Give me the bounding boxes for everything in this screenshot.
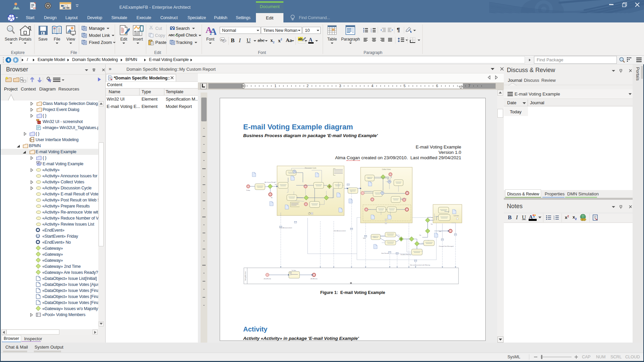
svg-text:Discussion Cycle: Discussion Cycle xyxy=(305,167,317,169)
svg-text:Voting Members: Voting Members xyxy=(245,271,246,281)
svg-text:Vote-announcement with Warning: Vote-announcement with Warning xyxy=(410,264,430,266)
svg-text:3: 3 xyxy=(371,31,372,33)
svg-text:[EndEvent]: [EndEvent] xyxy=(311,278,317,280)
svg-text:A: A xyxy=(210,26,216,36)
svg-text:[StartEvent]: [StartEvent] xyxy=(264,278,271,280)
svg-text:Yes: Yes xyxy=(431,223,433,225)
svg-text:To Vote: To Vote xyxy=(291,269,296,271)
svg-text:Vote Announcement: Vote Announcement xyxy=(334,230,346,232)
svg-text:Charged Vote Messaged: Charged Vote Messaged xyxy=(439,245,453,247)
svg-text:Deadline Warning: Deadline Warning xyxy=(400,254,411,255)
svg-text:3: 3 xyxy=(553,219,554,220)
svg-text:Collect Votes: Collect Votes xyxy=(382,169,391,170)
svg-text:Vote: Vote xyxy=(363,237,366,239)
svg-text:Call Vote: Call Vote xyxy=(453,215,459,217)
svg-text:Vote Results: Vote Results xyxy=(381,252,389,254)
svg-text:Friday: Friday xyxy=(246,189,250,191)
svg-text:No: No xyxy=(419,234,421,236)
svg-text:No: No xyxy=(271,197,273,198)
svg-text:Are Issues Ready?: Are Issues Ready? xyxy=(265,181,276,183)
svg-text:Fall Time: Fall Time xyxy=(428,217,433,218)
svg-text:Issue Announcement: Issue Announcement xyxy=(279,227,292,229)
svg-text:Yes: Yes xyxy=(275,184,277,185)
